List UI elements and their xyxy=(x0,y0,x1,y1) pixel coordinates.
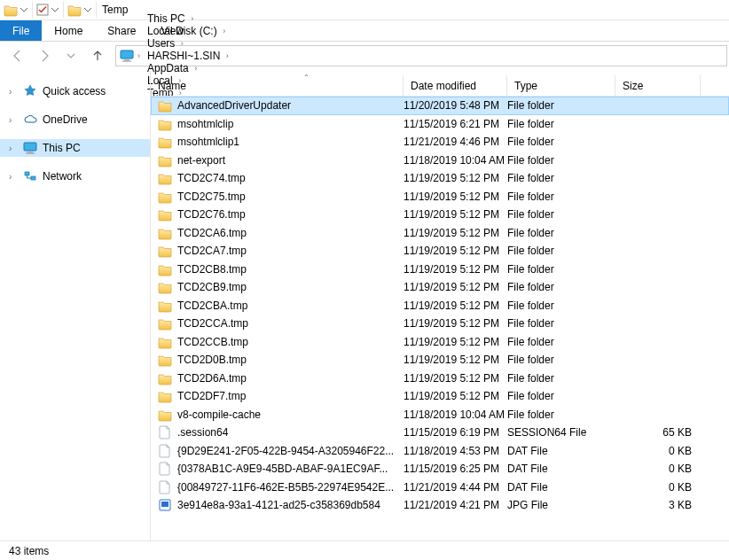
properties-icon[interactable] xyxy=(36,4,49,16)
chevron-down-icon[interactable] xyxy=(51,5,59,14)
status-text: 43 items xyxy=(9,545,49,557)
file-size: 0 KB xyxy=(615,445,701,457)
file-row[interactable]: TCD2D6A.tmp11/19/2019 5:12 PMFile folder xyxy=(151,369,729,388)
file-icon xyxy=(158,462,172,476)
file-type: JPG File xyxy=(507,499,615,511)
column-date[interactable]: Date modified xyxy=(404,75,507,96)
file-type: File folder xyxy=(507,208,615,221)
file-icon xyxy=(158,425,172,439)
tab-share[interactable]: Share xyxy=(95,20,148,41)
chevron-down-icon[interactable] xyxy=(83,5,92,14)
file-row[interactable]: v8-compile-cache11/18/2019 10:04 AMFile … xyxy=(151,406,729,424)
file-type: File folder xyxy=(507,281,615,293)
sidebar-item-label: Quick access xyxy=(43,85,106,97)
nav-up-button[interactable] xyxy=(89,47,106,65)
file-row[interactable]: msohtmlclip11/15/2019 6:21 PMFile folder xyxy=(151,115,729,134)
file-row[interactable]: net-export11/18/2019 10:04 AMFile folder xyxy=(151,152,729,170)
folder-icon xyxy=(158,153,172,167)
file-name: TCD2DF7.tmp xyxy=(177,390,246,402)
monitor-icon xyxy=(120,49,134,63)
file-row[interactable]: TCD2D0B.tmp11/19/2019 5:12 PMFile folder xyxy=(151,351,729,369)
folder-icon xyxy=(158,335,172,349)
folder-icon xyxy=(158,316,172,331)
folder-icon xyxy=(67,3,82,17)
file-icon xyxy=(158,444,172,458)
file-name: TCD2CCB.tmp xyxy=(177,336,248,348)
main: › Quick access › OneDrive › This PC › Ne… xyxy=(0,70,729,541)
folder-icon xyxy=(158,135,172,149)
file-row[interactable]: TCD2DF7.tmp11/19/2019 5:12 PMFile folder xyxy=(151,387,729,406)
file-row[interactable]: 3e914e8a-93a1-4121-ad25-c358369db58411/2… xyxy=(151,496,729,515)
file-row[interactable]: TCD2CBA.tmp11/19/2019 5:12 PMFile folder xyxy=(151,297,729,315)
file-date: 11/19/2019 5:12 PM xyxy=(404,299,507,312)
breadcrumb-segment[interactable]: Users › xyxy=(144,37,232,50)
file-name: AdvancedDriverUpdater xyxy=(177,99,291,112)
file-name: 3e914e8a-93a1-4121-ad25-c358369db584 xyxy=(177,499,380,511)
folder-icon xyxy=(158,244,172,258)
file-row[interactable]: msohtmlclip111/21/2019 4:46 PMFile folde… xyxy=(151,133,729,152)
file-pane: Name ⌃ Date modified Type Size AdvancedD… xyxy=(151,70,729,541)
file-icon xyxy=(158,480,172,494)
file-row[interactable]: .session6411/15/2019 6:19 PMSESSION64 Fi… xyxy=(151,424,729,442)
ribbon: File Home Share View xyxy=(0,20,729,42)
file-date: 11/15/2019 6:19 PM xyxy=(404,426,507,439)
sidebar-item-quick-access[interactable]: › Quick access xyxy=(0,82,150,100)
sidebar-item-this-pc[interactable]: › This PC xyxy=(0,139,150,157)
file-type: SESSION64 File xyxy=(507,426,615,439)
file-row[interactable]: TCD2CB9.tmp11/19/2019 5:12 PMFile folder xyxy=(151,278,729,297)
chevron-down-icon[interactable] xyxy=(20,5,28,14)
nav-recent-dropdown[interactable] xyxy=(62,47,80,65)
nav-forward-button[interactable] xyxy=(35,47,53,65)
file-row[interactable]: {9D29E241-2F05-422B-9454-A3205946F22...1… xyxy=(151,442,729,461)
file-type: File folder xyxy=(507,191,615,203)
file-type: File folder xyxy=(507,99,615,112)
file-type: File folder xyxy=(507,390,615,402)
file-row[interactable]: TCD2CA6.tmp11/19/2019 5:12 PMFile folder xyxy=(151,224,729,243)
file-name: .session64 xyxy=(177,426,228,439)
column-size[interactable]: Size xyxy=(615,75,701,96)
file-date: 11/21/2019 4:46 PM xyxy=(404,136,507,148)
folder-icon xyxy=(158,226,172,240)
file-name: {00849727-11F6-462E-B5B5-22974E9542E... xyxy=(177,481,394,494)
sidebar-item-network[interactable]: › Network xyxy=(0,167,150,185)
file-row[interactable]: {00849727-11F6-462E-B5B5-22974E9542E...1… xyxy=(151,478,729,497)
navbar: › This PC ›Local Disk (C:) ›Users ›HARSH… xyxy=(0,42,729,70)
breadcrumb-segment[interactable]: HARSHI~1.SIN › xyxy=(144,50,232,62)
column-headers: Name ⌃ Date modified Type Size xyxy=(151,75,729,97)
tab-file[interactable]: File xyxy=(0,20,42,41)
file-size: 0 KB xyxy=(615,463,701,475)
file-row[interactable]: TCD2C75.tmp11/19/2019 5:12 PMFile folder xyxy=(151,188,729,206)
star-icon xyxy=(23,84,37,98)
file-type: File folder xyxy=(507,172,615,184)
breadcrumb-segment[interactable]: This PC › xyxy=(144,12,232,25)
folder-icon xyxy=(158,171,172,185)
folder-icon xyxy=(158,299,172,313)
file-type: File folder xyxy=(507,118,615,130)
tab-home[interactable]: Home xyxy=(42,20,95,41)
file-row[interactable]: TCD2C76.tmp11/19/2019 5:12 PMFile folder xyxy=(151,206,729,224)
file-row[interactable]: TCD2CB8.tmp11/19/2019 5:12 PMFile folder xyxy=(151,261,729,279)
folder-icon xyxy=(158,389,172,403)
file-row[interactable]: TCD2CCB.tmp11/19/2019 5:12 PMFile folder xyxy=(151,333,729,352)
breadcrumb-segment[interactable]: Local Disk (C:) › xyxy=(144,25,232,37)
titlebar: Temp xyxy=(0,0,729,20)
file-date: 11/19/2019 5:12 PM xyxy=(404,354,507,366)
file-row[interactable]: TCD2CCA.tmp11/19/2019 5:12 PMFile folder xyxy=(151,315,729,333)
file-type: File folder xyxy=(507,227,615,239)
file-row[interactable]: {0378AB1C-A9E9-45BD-ABAF-9A1EC9AF...11/1… xyxy=(151,460,729,478)
breadcrumb[interactable]: › This PC ›Local Disk (C:) ›Users ›HARSH… xyxy=(115,45,727,66)
file-date: 11/21/2019 4:44 PM xyxy=(404,481,507,494)
sidebar-item-onedrive[interactable]: › OneDrive xyxy=(0,111,150,128)
folder-icon xyxy=(4,3,18,17)
file-row[interactable]: AdvancedDriverUpdater11/20/2019 5:48 PMF… xyxy=(151,97,729,115)
column-type[interactable]: Type xyxy=(507,75,615,96)
file-date: 11/19/2019 5:12 PM xyxy=(404,172,507,184)
file-row[interactable]: TCD2C74.tmp11/19/2019 5:12 PMFile folder xyxy=(151,169,729,188)
file-row[interactable]: TCD2CA7.tmp11/19/2019 5:12 PMFile folder xyxy=(151,242,729,261)
nav-back-button[interactable] xyxy=(9,47,27,65)
sidebar-item-label: OneDrive xyxy=(43,113,88,126)
column-name[interactable]: Name ⌃ xyxy=(151,75,404,96)
qat-2 xyxy=(33,0,63,19)
file-size: 65 KB xyxy=(615,426,701,439)
file-date: 11/19/2019 5:12 PM xyxy=(404,227,507,239)
